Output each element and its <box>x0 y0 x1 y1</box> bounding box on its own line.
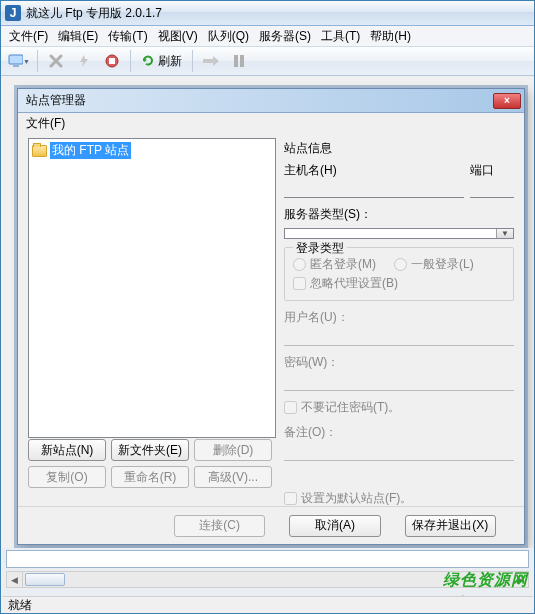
stop-button[interactable] <box>100 49 124 73</box>
new-site-button[interactable]: 新站点(N) <box>28 439 106 461</box>
refresh-icon <box>141 54 155 68</box>
menu-edit[interactable]: 编辑(E) <box>54 26 102 47</box>
host-input[interactable] <box>284 180 464 198</box>
status-text: 就绪 <box>8 597 32 614</box>
menu-tools[interactable]: 工具(T) <box>317 26 364 47</box>
dialog-menubar: 文件(F) <box>18 113 524 133</box>
password-input[interactable] <box>284 376 514 391</box>
main-menubar: 文件(F) 编辑(E) 传输(T) 视图(V) 队列(Q) 服务器(S) 工具(… <box>1 26 534 46</box>
pause-icon <box>233 54 245 68</box>
menu-file[interactable]: 文件(F) <box>5 26 52 47</box>
dialog-titlebar: 站点管理器 × <box>18 89 524 113</box>
main-toolbar: ▼ 刷新 <box>1 46 534 76</box>
menu-transfer[interactable]: 传输(T) <box>104 26 151 47</box>
new-folder-button[interactable]: 新文件夹(E) <box>111 439 189 461</box>
statusbar: 就绪 <box>2 596 533 613</box>
transfer-button[interactable] <box>199 49 223 73</box>
main-window: J 就这儿 Ftp 专用版 2.0.1.7 文件(F) 编辑(E) 传输(T) … <box>0 0 535 614</box>
no-remember-checkbox[interactable]: 不要记住密码(T)。 <box>284 399 514 416</box>
refresh-label: 刷新 <box>158 53 182 70</box>
separator <box>130 50 131 72</box>
connect-site-button[interactable]: 连接(C) <box>174 515 265 537</box>
dialog-bottom-bar: 连接(C) 取消(A) 保存并退出(X) <box>18 506 524 544</box>
pause-button[interactable] <box>227 49 251 73</box>
menu-view[interactable]: 视图(V) <box>154 26 202 47</box>
svg-rect-4 <box>234 55 238 67</box>
tree-item-label: 我的 FTP 站点 <box>50 142 131 159</box>
stop-circle-icon <box>105 54 119 68</box>
scroll-thumb[interactable] <box>25 573 65 586</box>
bolt-icon <box>77 54 91 68</box>
refresh-button[interactable]: 刷新 <box>137 53 186 70</box>
server-type-combo[interactable]: ▼ <box>284 228 514 239</box>
server-type-label: 服务器类型(S)： <box>284 206 514 223</box>
anon-login-radio[interactable]: 匿名登录(M) <box>293 256 376 273</box>
host-label: 主机名(H) <box>284 162 464 179</box>
monitor-icon <box>8 53 23 69</box>
svg-rect-5 <box>240 55 244 67</box>
notes-input[interactable] <box>284 446 514 461</box>
x-icon <box>49 54 63 68</box>
watermark-text: 绿色资源网 <box>443 570 528 591</box>
ignore-proxy-checkbox[interactable]: 忽略代理设置(B) <box>293 275 505 292</box>
copy-button[interactable]: 复制(O) <box>28 466 106 488</box>
app-icon: J <box>5 5 21 21</box>
svg-rect-3 <box>109 58 115 64</box>
dialog-close-button[interactable]: × <box>493 93 521 109</box>
disconnect-button[interactable] <box>44 49 68 73</box>
tree-item-root[interactable]: 我的 FTP 站点 <box>32 142 272 159</box>
menu-help[interactable]: 帮助(H) <box>366 26 415 47</box>
folder-icon <box>32 145 47 157</box>
main-titlebar: J 就这儿 Ftp 专用版 2.0.1.7 <box>1 1 534 26</box>
separator <box>192 50 193 72</box>
menu-queue[interactable]: 队列(Q) <box>204 26 253 47</box>
notes-label: 备注(O)： <box>284 424 514 441</box>
app-title: 就这儿 Ftp 专用版 2.0.1.7 <box>26 5 162 22</box>
site-tree[interactable]: 我的 FTP 站点 <box>28 138 276 438</box>
dialog-title: 站点管理器 <box>26 92 86 109</box>
port-input[interactable] <box>470 180 514 198</box>
svg-rect-1 <box>13 65 19 67</box>
rename-button[interactable]: 重命名(R) <box>111 466 189 488</box>
abort-button[interactable] <box>72 49 96 73</box>
password-label: 密码(W)： <box>284 354 514 371</box>
chevron-down-icon: ▼ <box>23 58 30 65</box>
site-info-label: 站点信息 <box>284 140 514 157</box>
port-label: 端口 <box>470 162 514 179</box>
login-type-group: 登录类型 匿名登录(M) 一般登录(L) 忽略代理设置(B) <box>284 247 514 301</box>
menu-server[interactable]: 服务器(S) <box>255 26 315 47</box>
separator <box>37 50 38 72</box>
set-default-checkbox[interactable]: 设置为默认站点(F)。 <box>284 490 514 507</box>
login-type-legend: 登录类型 <box>293 240 347 257</box>
save-exit-button[interactable]: 保存并退出(X) <box>405 515 496 537</box>
svg-rect-0 <box>9 55 23 64</box>
connect-button[interactable]: ▼ <box>7 49 31 73</box>
advanced-button[interactable]: 高级(V)... <box>194 466 272 488</box>
log-area[interactable] <box>6 550 529 568</box>
username-label: 用户名(U)： <box>284 309 514 326</box>
site-manager-dialog: 站点管理器 × 文件(F) 我的 FTP 站点 站点信息 主机名(H) <box>17 88 525 545</box>
normal-login-radio[interactable]: 一般登录(L) <box>394 256 474 273</box>
cancel-button[interactable]: 取消(A) <box>289 515 380 537</box>
transfer-icon <box>202 55 220 67</box>
chevron-down-icon: ▼ <box>496 229 513 238</box>
delete-button[interactable]: 删除(D) <box>194 439 272 461</box>
dialog-menu-file[interactable]: 文件(F) <box>26 115 65 132</box>
site-details-pane: 站点信息 主机名(H) 端口 服务器类型(S)： ▼ 登录类型 <box>284 138 514 501</box>
username-input[interactable] <box>284 331 514 346</box>
scroll-left-icon[interactable]: ◀ <box>7 572 23 587</box>
